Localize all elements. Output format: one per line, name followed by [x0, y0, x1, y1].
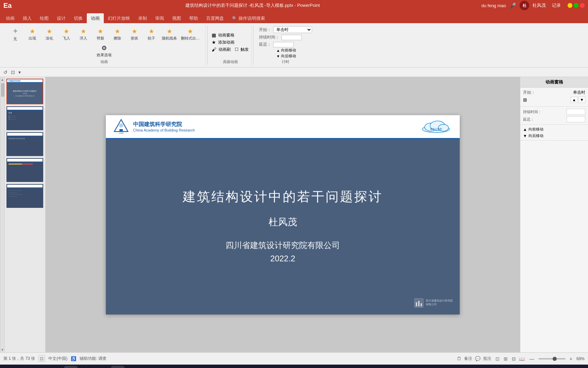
move-forward-label: 向前移动 — [281, 48, 296, 53]
anim-prev-arrow[interactable]: ▲ — [571, 97, 577, 103]
slide-info-icon[interactable]: ⊡ — [38, 355, 45, 362]
maximize-btn[interactable] — [574, 3, 578, 8]
slide-panel-scrollbar[interactable]: ▲ ▼ — [0, 77, 5, 352]
close-btn[interactable] — [580, 3, 585, 8]
animation-pane-icon: ▦ — [212, 32, 216, 38]
taskbar-app-file-explorer[interactable]: 📁 — [33, 366, 46, 368]
move-forward-btn[interactable]: ▲ 向前移动 — [276, 48, 296, 53]
anim-fade[interactable]: ★ 淡化 — [41, 27, 58, 42]
taskbar-app-music[interactable] — [95, 366, 109, 368]
reading-view-icon[interactable]: 📖 — [519, 355, 525, 362]
anim-fly[interactable]: ★ 飞入 — [58, 27, 75, 42]
anim-wheel[interactable]: ★ 轮子 — [143, 27, 160, 42]
taskbar-app-browser[interactable] — [48, 366, 62, 368]
zoom-slider[interactable] — [538, 358, 566, 359]
anim-none[interactable]: ✦ 无 — [7, 26, 23, 43]
tab-shitu[interactable]: 视图 — [168, 13, 185, 24]
tab-baidu[interactable]: 百度网盘 — [202, 13, 228, 24]
slide-thumb-1[interactable]: 中国建筑科学研究院 建筑结构设计中的若干问题探讨 杜风茂 四川省建筑设计研究院有… — [6, 79, 43, 104]
anim-fly-label: 飞入 — [63, 36, 70, 41]
anim-panel-header: 动画窗格 — [520, 77, 588, 88]
tab-charu[interactable]: 插入 — [19, 13, 36, 24]
move-back-btn[interactable]: ▼ 向后移动 — [276, 53, 296, 59]
thumb-1-logo: 中国建筑科学研究院 — [8, 80, 20, 82]
anim-effect-options[interactable]: ⚙ 效果选项 — [95, 43, 113, 59]
taskbar-app-checklist[interactable] — [64, 366, 78, 368]
anim-flip[interactable]: ★ 翻转式出… — [179, 27, 201, 42]
tab-huandengpian[interactable]: 幻灯片放映 — [104, 13, 134, 24]
ribbon-sep-2 — [253, 26, 254, 64]
animation-brush-btn[interactable]: 动画刷 — [218, 47, 231, 52]
advanced-animation-group: ▦ 动画窗格 ★ 添加动画 🖌 动画刷 ☐ 触发 高级动画 — [209, 25, 252, 66]
delay-input[interactable] — [273, 42, 294, 47]
search-placeholder-tab[interactable]: 🔍操作说明搜索 — [228, 13, 269, 24]
anim-wipe[interactable]: ★ 擦除 — [109, 27, 126, 42]
animation-pane-btn[interactable]: 动画窗格 — [218, 32, 234, 38]
tab-donghua-left[interactable]: 动画 — [2, 13, 19, 24]
timing-delay-input[interactable] — [567, 116, 585, 122]
anim-split-icon: ★ — [98, 28, 103, 35]
zoom-plus[interactable]: + — [568, 356, 574, 362]
move-back-icon: ▼ — [276, 54, 280, 58]
thumb-3-content: 规范规程的主要变化及实施 — [9, 138, 41, 139]
outline-view-icon[interactable]: ⊞ — [502, 355, 509, 362]
scroll-down-arrow[interactable]: ▼ — [1, 348, 4, 352]
anim-split[interactable]: ★ 劈裂 — [92, 27, 109, 42]
tab-shenyue[interactable]: 审阅 — [151, 13, 168, 24]
start-select[interactable]: 单击时 与上一动画同时 上一动画之后 — [273, 26, 312, 33]
duration-label: 持续时间： — [259, 34, 279, 40]
duration-row: 持续时间： — [259, 34, 302, 40]
anim-appear[interactable]: ★ 出现 — [24, 27, 40, 42]
minimize-btn[interactable] — [568, 3, 572, 8]
slide-sorter-icon[interactable]: ⊟ — [510, 355, 517, 362]
thumb-2-header — [7, 107, 43, 110]
user-avatar[interactable]: 杜 — [520, 1, 529, 10]
tab-luzhi[interactable]: 录制 — [134, 13, 151, 24]
anim-flip-icon: ★ — [187, 28, 193, 35]
scroll-up-arrow[interactable]: ▲ — [1, 78, 4, 81]
anim-start-arrows[interactable]: ⊞ — [523, 97, 527, 103]
timing-duration-input[interactable] — [567, 109, 585, 115]
start-label: 开始： — [259, 27, 271, 33]
more-qa-btn[interactable]: ▾ — [18, 69, 21, 76]
tab-huitu[interactable]: 绘图 — [36, 13, 53, 24]
taskbar-app-powerpoint[interactable]: P — [111, 366, 125, 368]
thumb-1-title: 建筑结构设计中的若干问题探讨 — [13, 90, 37, 92]
undo-btn[interactable]: ↺ — [3, 69, 8, 76]
redo-btn[interactable]: ⊡ — [10, 69, 16, 76]
tab-bangzhu[interactable]: 帮助 — [185, 13, 202, 24]
reorder-prev-btn[interactable]: ▲ 向前移动 — [523, 127, 585, 132]
thumb-1-author: 杜风茂 — [23, 93, 27, 94]
anim-random-lines-label: 随机线条 — [162, 36, 177, 41]
add-animation-btn[interactable]: 添加动画 — [218, 40, 234, 45]
slide-title: 建筑结构设计中的若干问题探讨 — [183, 188, 383, 205]
effect-options-icon: ⚙ — [101, 44, 107, 52]
slide-thumb-2[interactable]: 目录 01 ————02 ————03 ———— — [6, 106, 43, 130]
normal-view-icon[interactable]: ⊡ — [494, 355, 501, 362]
taskbar-app-edge[interactable] — [80, 366, 93, 368]
reorder-prev-label: 向前移动 — [528, 127, 543, 132]
slide-thumb-5[interactable]: ———————————————————————————————— — [6, 184, 43, 208]
tab-donghua[interactable]: 动画 — [87, 13, 104, 24]
anim-flip-label: 翻转式出… — [181, 36, 200, 41]
reorder-next-btn[interactable]: ▼ 向后移动 — [523, 133, 585, 138]
thumb-3-header — [7, 133, 43, 136]
svg-rect-2 — [119, 129, 123, 132]
anim-shape[interactable]: ★ 形状 — [126, 27, 143, 42]
anim-random-lines[interactable]: ★ 随机线条 — [160, 27, 179, 42]
notes-label[interactable]: 备注 — [464, 356, 472, 362]
svg-rect-12 — [421, 303, 422, 306]
titlebar-right: du feng mao 🎤 杜 杜风茂 记录 — [481, 1, 585, 10]
duration-input[interactable] — [281, 35, 302, 40]
zoom-handle[interactable] — [553, 357, 557, 361]
anim-next-arrow[interactable]: ▼ — [578, 97, 585, 103]
slide-thumb-4[interactable] — [6, 158, 43, 182]
zoom-minus[interactable]: — — [528, 356, 536, 362]
trigger-checkbox[interactable]: ☐ — [235, 47, 239, 52]
taskbar: 茂的屏幕共享 📁 P — [0, 365, 588, 368]
slide-thumb-3[interactable]: 规范规程的主要变化及实施 — [6, 132, 43, 156]
tab-qiehuan[interactable]: 切换 — [70, 13, 87, 24]
comments-label[interactable]: 批注 — [483, 356, 491, 362]
tab-sheji[interactable]: 设计 — [53, 13, 70, 24]
anim-float[interactable]: ★ 浮入 — [75, 27, 92, 42]
